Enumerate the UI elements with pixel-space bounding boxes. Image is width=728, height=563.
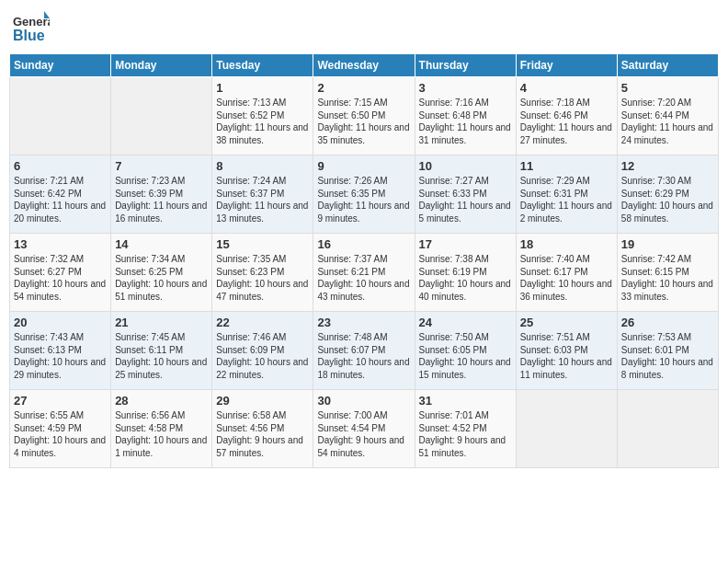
cell-content: Sunrise: 6:58 AM Sunset: 4:56 PM Dayligh…: [216, 409, 309, 459]
weekday-header-wednesday: Wednesday: [313, 54, 415, 77]
calendar-cell: 5Sunrise: 7:20 AM Sunset: 6:44 PM Daylig…: [617, 77, 718, 155]
cell-content: Sunrise: 7:34 AM Sunset: 6:25 PM Dayligh…: [115, 253, 208, 303]
calendar-cell: [111, 77, 212, 155]
calendar-cell: 10Sunrise: 7:27 AM Sunset: 6:33 PM Dayli…: [415, 155, 516, 234]
day-number: 10: [419, 159, 512, 173]
calendar-cell: 15Sunrise: 7:35 AM Sunset: 6:23 PM Dayli…: [212, 234, 313, 312]
cell-content: Sunrise: 7:50 AM Sunset: 6:05 PM Dayligh…: [419, 331, 512, 381]
day-number: 18: [520, 237, 613, 251]
cell-content: Sunrise: 7:32 AM Sunset: 6:27 PM Dayligh…: [14, 253, 107, 303]
calendar-cell: 27Sunrise: 6:55 AM Sunset: 4:59 PM Dayli…: [10, 390, 111, 468]
day-number: 21: [115, 316, 208, 329]
calendar-cell: 3Sunrise: 7:16 AM Sunset: 6:48 PM Daylig…: [415, 77, 516, 155]
calendar-cell: 2Sunrise: 7:15 AM Sunset: 6:50 PM Daylig…: [313, 77, 415, 155]
day-number: 7: [115, 159, 208, 173]
cell-content: Sunrise: 7:26 AM Sunset: 6:35 PM Dayligh…: [317, 175, 410, 224]
day-number: 28: [115, 394, 208, 408]
day-number: 1: [216, 81, 309, 95]
calendar-cell: 4Sunrise: 7:18 AM Sunset: 6:46 PM Daylig…: [516, 77, 617, 155]
calendar-cell: 18Sunrise: 7:40 AM Sunset: 6:17 PM Dayli…: [516, 234, 617, 312]
calendar-cell: 9Sunrise: 7:26 AM Sunset: 6:35 PM Daylig…: [313, 155, 415, 234]
calendar-cell: 31Sunrise: 7:01 AM Sunset: 4:52 PM Dayli…: [415, 390, 516, 468]
cell-content: Sunrise: 7:40 AM Sunset: 6:17 PM Dayligh…: [520, 253, 613, 303]
calendar-cell: 26Sunrise: 7:53 AM Sunset: 6:01 PM Dayli…: [617, 312, 718, 390]
weekday-header-friday: Friday: [516, 54, 617, 77]
cell-content: Sunrise: 7:16 AM Sunset: 6:48 PM Dayligh…: [419, 97, 512, 146]
cell-content: Sunrise: 6:56 AM Sunset: 4:58 PM Dayligh…: [115, 409, 208, 459]
day-number: 11: [520, 159, 613, 173]
day-number: 14: [115, 237, 208, 251]
calendar-cell: 7Sunrise: 7:23 AM Sunset: 6:39 PM Daylig…: [111, 155, 212, 234]
weekday-header-thursday: Thursday: [415, 54, 516, 77]
weekday-header-tuesday: Tuesday: [212, 54, 313, 77]
day-number: 20: [14, 316, 107, 329]
calendar-cell: 20Sunrise: 7:43 AM Sunset: 6:13 PM Dayli…: [10, 312, 111, 390]
cell-content: Sunrise: 7:01 AM Sunset: 4:52 PM Dayligh…: [419, 409, 512, 459]
day-number: 31: [419, 394, 512, 408]
cell-content: Sunrise: 7:30 AM Sunset: 6:29 PM Dayligh…: [621, 175, 714, 224]
calendar-week-row: 1Sunrise: 7:13 AM Sunset: 6:52 PM Daylig…: [10, 77, 719, 155]
calendar-cell: 11Sunrise: 7:29 AM Sunset: 6:31 PM Dayli…: [516, 155, 617, 234]
cell-content: Sunrise: 7:53 AM Sunset: 6:01 PM Dayligh…: [621, 331, 714, 381]
cell-content: Sunrise: 7:51 AM Sunset: 6:03 PM Dayligh…: [520, 331, 613, 381]
day-number: 12: [621, 159, 714, 173]
day-number: 4: [520, 81, 613, 95]
calendar-table: SundayMondayTuesdayWednesdayThursdayFrid…: [9, 53, 719, 468]
weekday-header-saturday: Saturday: [617, 54, 718, 77]
calendar-cell: [617, 390, 718, 468]
cell-content: Sunrise: 7:42 AM Sunset: 6:15 PM Dayligh…: [621, 253, 714, 303]
cell-content: Sunrise: 7:15 AM Sunset: 6:50 PM Dayligh…: [317, 97, 410, 146]
cell-content: Sunrise: 7:29 AM Sunset: 6:31 PM Dayligh…: [520, 175, 613, 224]
calendar-cell: 23Sunrise: 7:48 AM Sunset: 6:07 PM Dayli…: [313, 312, 415, 390]
calendar-cell: 29Sunrise: 6:58 AM Sunset: 4:56 PM Dayli…: [212, 390, 313, 468]
calendar-week-row: 13Sunrise: 7:32 AM Sunset: 6:27 PM Dayli…: [10, 234, 719, 312]
calendar-cell: 8Sunrise: 7:24 AM Sunset: 6:37 PM Daylig…: [212, 155, 313, 234]
day-number: 8: [216, 159, 309, 173]
cell-content: Sunrise: 7:24 AM Sunset: 6:37 PM Dayligh…: [216, 175, 309, 224]
day-number: 26: [621, 316, 714, 329]
cell-content: Sunrise: 7:21 AM Sunset: 6:42 PM Dayligh…: [14, 175, 107, 224]
day-number: 15: [216, 237, 309, 251]
weekday-header-monday: Monday: [111, 54, 212, 77]
calendar-cell: 14Sunrise: 7:34 AM Sunset: 6:25 PM Dayli…: [111, 234, 212, 312]
day-number: 27: [14, 394, 107, 408]
day-number: 29: [216, 394, 309, 408]
cell-content: Sunrise: 7:43 AM Sunset: 6:13 PM Dayligh…: [14, 331, 107, 381]
cell-content: Sunrise: 7:20 AM Sunset: 6:44 PM Dayligh…: [621, 97, 714, 146]
logo: General Blue: [13, 9, 53, 46]
day-number: 2: [317, 81, 410, 95]
day-number: 19: [621, 237, 714, 251]
calendar-cell: 12Sunrise: 7:30 AM Sunset: 6:29 PM Dayli…: [617, 155, 718, 234]
cell-content: Sunrise: 7:46 AM Sunset: 6:09 PM Dayligh…: [216, 331, 309, 381]
cell-content: Sunrise: 7:00 AM Sunset: 4:54 PM Dayligh…: [317, 409, 410, 459]
calendar-cell: 6Sunrise: 7:21 AM Sunset: 6:42 PM Daylig…: [10, 155, 111, 234]
day-number: 5: [621, 81, 714, 95]
cell-content: Sunrise: 7:48 AM Sunset: 6:07 PM Dayligh…: [317, 331, 410, 381]
day-number: 23: [317, 316, 410, 329]
day-number: 30: [317, 394, 410, 408]
cell-content: Sunrise: 7:37 AM Sunset: 6:21 PM Dayligh…: [317, 253, 410, 303]
calendar-cell: 22Sunrise: 7:46 AM Sunset: 6:09 PM Dayli…: [212, 312, 313, 390]
calendar-week-row: 6Sunrise: 7:21 AM Sunset: 6:42 PM Daylig…: [10, 155, 719, 234]
cell-content: Sunrise: 7:27 AM Sunset: 6:33 PM Dayligh…: [419, 175, 512, 224]
day-number: 24: [419, 316, 512, 329]
day-number: 17: [419, 237, 512, 251]
cell-content: Sunrise: 7:18 AM Sunset: 6:46 PM Dayligh…: [520, 97, 613, 146]
calendar-cell: 28Sunrise: 6:56 AM Sunset: 4:58 PM Dayli…: [111, 390, 212, 468]
calendar-week-row: 20Sunrise: 7:43 AM Sunset: 6:13 PM Dayli…: [10, 312, 719, 390]
day-number: 9: [317, 159, 410, 173]
calendar-cell: 13Sunrise: 7:32 AM Sunset: 6:27 PM Dayli…: [10, 234, 111, 312]
weekday-header-sunday: Sunday: [10, 54, 111, 77]
calendar-cell: 19Sunrise: 7:42 AM Sunset: 6:15 PM Dayli…: [617, 234, 718, 312]
calendar-cell: 30Sunrise: 7:00 AM Sunset: 4:54 PM Dayli…: [313, 390, 415, 468]
calendar-cell: [516, 390, 617, 468]
day-number: 25: [520, 316, 613, 329]
calendar-week-row: 27Sunrise: 6:55 AM Sunset: 4:59 PM Dayli…: [10, 390, 719, 468]
weekday-header-row: SundayMondayTuesdayWednesdayThursdayFrid…: [10, 54, 719, 77]
cell-content: Sunrise: 7:35 AM Sunset: 6:23 PM Dayligh…: [216, 253, 309, 303]
cell-content: Sunrise: 7:23 AM Sunset: 6:39 PM Dayligh…: [115, 175, 208, 224]
calendar-cell: 24Sunrise: 7:50 AM Sunset: 6:05 PM Dayli…: [415, 312, 516, 390]
calendar-cell: 21Sunrise: 7:45 AM Sunset: 6:11 PM Dayli…: [111, 312, 212, 390]
page-header: General Blue: [9, 9, 719, 46]
day-number: 6: [14, 159, 107, 173]
